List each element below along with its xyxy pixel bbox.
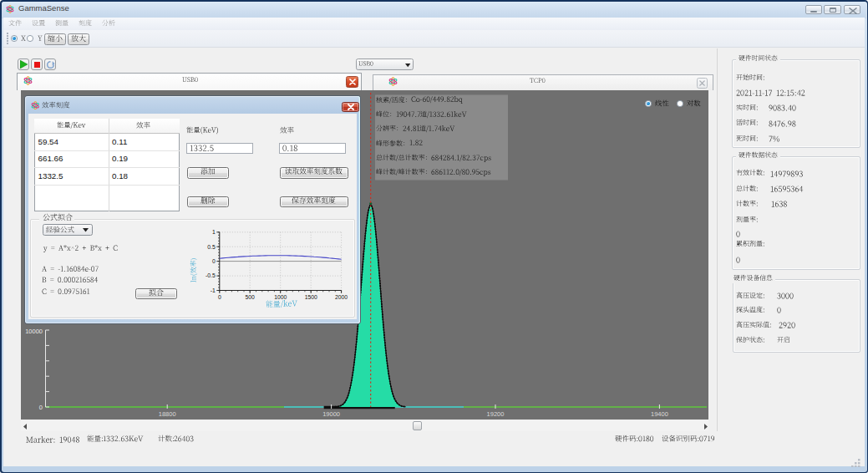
svg-text:10000: 10000 [25,328,43,335]
svg-text:1: 1 [212,229,216,235]
svg-text:0: 0 [212,258,216,264]
svg-text:0: 0 [39,403,43,410]
svg-text:-0.5: -0.5 [206,272,216,278]
svg-text:2000: 2000 [335,294,348,300]
svg-text:1000: 1000 [274,294,287,300]
svg-text:19200: 19200 [487,409,505,417]
svg-text:0.5: 0.5 [207,244,216,250]
svg-text:500: 500 [246,294,256,300]
svg-text:0: 0 [218,294,221,300]
svg-text:19400: 19400 [651,409,668,417]
svg-text:1500: 1500 [305,294,317,300]
svg-text:-1: -1 [211,287,216,293]
svg-text:18800: 18800 [159,409,176,417]
svg-text:19000: 19000 [322,409,340,417]
